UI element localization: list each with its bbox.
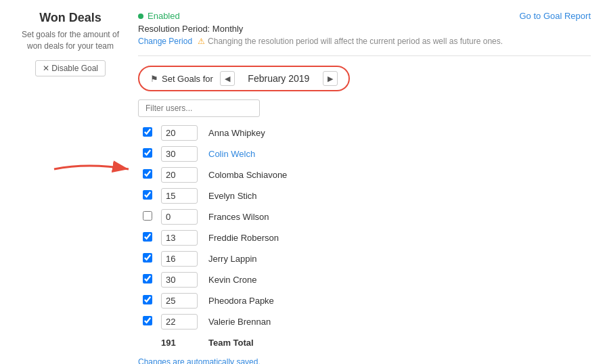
user-name: Jerry Lappin [208,254,257,264]
user-name: Evelyn Stich [208,191,257,201]
user-checkbox[interactable] [143,169,152,179]
user-name: Colomba Schiavone [208,170,287,180]
disable-goal-button[interactable]: ✕ Disable Goal [35,60,106,76]
warning-icon: ⚠ [198,37,205,46]
table-row: Colomba Schiavone [138,164,591,185]
total-value: 191 [157,332,204,350]
user-name: Frances Wilson [208,212,269,222]
resolution-period: Resolution Period: Monthly [138,24,591,34]
table-row: Pheodora Papke [138,290,591,311]
page-title: Won Deals [16,11,125,25]
table-row: Kevin Crone [138,269,591,290]
goal-report-link[interactable]: Go to Goal Report [520,11,591,21]
table-row: Freddie Roberson [138,227,591,248]
goal-input[interactable] [161,293,198,309]
table-row: Valerie Brennan [138,311,591,332]
user-checkbox[interactable] [143,127,152,137]
user-checkbox[interactable] [143,295,152,304]
total-row: 191 Team Total [138,332,591,350]
table-row: Jerry Lappin [138,248,591,269]
filter-users-input[interactable] [138,99,260,117]
change-period-note: Changing the resolution period will affe… [208,37,503,46]
total-label: Team Total [204,332,591,350]
goal-input[interactable] [161,125,198,141]
user-name: Valerie Brennan [208,317,271,327]
user-checkbox[interactable] [143,211,152,221]
user-checkbox[interactable] [143,253,152,263]
table-row: Colin Welch [138,143,591,164]
user-checkbox[interactable] [143,190,152,200]
user-name-link[interactable]: Colin Welch [208,149,255,159]
page-description: Set goals for the amount of won deals fo… [16,29,125,52]
goal-input[interactable] [161,188,198,204]
table-row: Anna Whipkey [138,122,591,143]
section-divider [138,55,591,56]
user-checkbox[interactable] [143,148,152,158]
users-table: Anna WhipkeyColin WelchColomba Schiavone… [138,122,591,350]
goal-input[interactable] [161,314,198,329]
prev-period-button[interactable]: ◀ [220,71,235,86]
user-name: Anna Whipkey [208,128,265,138]
status-dot [138,14,143,19]
goal-input[interactable] [161,230,198,246]
goal-input[interactable] [161,167,198,183]
goal-input[interactable] [161,272,198,288]
user-name: Pheodora Papke [208,296,274,306]
set-goals-bar: ⚑ Set Goals for ◀ February 2019 ▶ [138,66,350,91]
user-name: Kevin Crone [208,275,257,285]
auto-save-note: Changes are automatically saved. [138,357,591,364]
goal-input[interactable] [161,251,198,267]
set-goals-label: ⚑ Set Goals for [150,74,213,84]
goal-input[interactable] [161,209,198,225]
user-checkbox[interactable] [143,232,152,242]
status-badge: Enabled [148,11,180,21]
goal-input[interactable] [161,146,198,162]
flag-icon: ⚑ [150,74,158,84]
next-period-button[interactable]: ▶ [323,71,338,86]
user-name: Freddie Roberson [208,233,279,243]
table-row: Evelyn Stich [138,185,591,206]
user-checkbox[interactable] [143,274,152,283]
table-row: Frances Wilson [138,206,591,227]
change-period-link[interactable]: Change Period [138,37,192,46]
user-checkbox[interactable] [143,316,152,325]
period-text: February 2019 [242,73,316,84]
